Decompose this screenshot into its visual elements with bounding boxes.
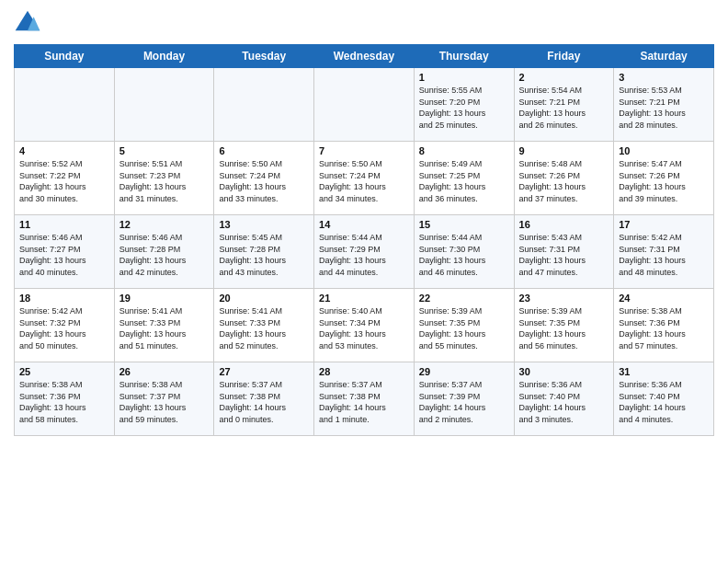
calendar-cell: 20Sunrise: 5:41 AMSunset: 7:33 PMDayligh… <box>214 289 314 362</box>
calendar-cell: 24Sunrise: 5:38 AMSunset: 7:36 PMDayligh… <box>614 289 714 362</box>
day-info: Sunrise: 5:41 AMSunset: 7:33 PMDaylight:… <box>119 305 210 351</box>
day-info: Sunrise: 5:50 AMSunset: 7:24 PMDaylight:… <box>319 158 409 204</box>
day-info: Sunrise: 5:42 AMSunset: 7:32 PMDaylight:… <box>19 305 109 351</box>
day-number: 8 <box>419 145 509 156</box>
calendar-cell: 16Sunrise: 5:43 AMSunset: 7:31 PMDayligh… <box>514 215 614 289</box>
calendar-cell <box>15 68 115 142</box>
weekday-header-wednesday: Wednesday <box>314 45 415 68</box>
day-number: 13 <box>219 219 309 230</box>
day-number: 30 <box>519 366 609 377</box>
logo <box>14 9 45 37</box>
day-info: Sunrise: 5:39 AMSunset: 7:35 PMDaylight:… <box>419 305 509 351</box>
day-number: 19 <box>119 293 210 304</box>
day-info: Sunrise: 5:44 AMSunset: 7:30 PMDaylight:… <box>419 232 509 278</box>
day-number: 21 <box>319 293 409 304</box>
day-info: Sunrise: 5:38 AMSunset: 7:37 PMDaylight:… <box>119 379 210 425</box>
day-number: 12 <box>119 219 210 230</box>
day-info: Sunrise: 5:36 AMSunset: 7:40 PMDaylight:… <box>619 379 709 425</box>
calendar-cell: 10Sunrise: 5:47 AMSunset: 7:26 PMDayligh… <box>614 142 714 215</box>
page: SundayMondayTuesdayWednesdayThursdayFrid… <box>0 0 728 563</box>
day-number: 28 <box>319 366 409 377</box>
day-info: Sunrise: 5:43 AMSunset: 7:31 PMDaylight:… <box>519 232 609 278</box>
day-number: 4 <box>19 145 109 156</box>
calendar-cell: 15Sunrise: 5:44 AMSunset: 7:30 PMDayligh… <box>414 215 514 289</box>
calendar-cell: 19Sunrise: 5:41 AMSunset: 7:33 PMDayligh… <box>114 289 214 362</box>
week-row-1: 1Sunrise: 5:55 AMSunset: 7:20 PMDaylight… <box>15 68 714 142</box>
calendar-table: SundayMondayTuesdayWednesdayThursdayFrid… <box>14 44 714 436</box>
weekday-header-friday: Friday <box>514 45 614 68</box>
day-info: Sunrise: 5:53 AMSunset: 7:21 PMDaylight:… <box>619 85 709 131</box>
day-number: 14 <box>319 219 409 230</box>
calendar-cell: 8Sunrise: 5:49 AMSunset: 7:25 PMDaylight… <box>414 142 514 215</box>
calendar-cell: 13Sunrise: 5:45 AMSunset: 7:28 PMDayligh… <box>214 215 314 289</box>
calendar-cell <box>214 68 314 142</box>
week-row-4: 18Sunrise: 5:42 AMSunset: 7:32 PMDayligh… <box>15 289 714 362</box>
weekday-header-saturday: Saturday <box>614 45 714 68</box>
day-number: 25 <box>19 366 109 377</box>
day-info: Sunrise: 5:38 AMSunset: 7:36 PMDaylight:… <box>619 305 709 351</box>
day-info: Sunrise: 5:40 AMSunset: 7:34 PMDaylight:… <box>319 305 409 351</box>
day-number: 15 <box>419 219 509 230</box>
day-info: Sunrise: 5:38 AMSunset: 7:36 PMDaylight:… <box>19 379 109 425</box>
calendar-cell: 4Sunrise: 5:52 AMSunset: 7:22 PMDaylight… <box>15 142 115 215</box>
week-row-2: 4Sunrise: 5:52 AMSunset: 7:22 PMDaylight… <box>15 142 714 215</box>
calendar-cell: 28Sunrise: 5:37 AMSunset: 7:38 PMDayligh… <box>314 362 415 436</box>
calendar-cell: 14Sunrise: 5:44 AMSunset: 7:29 PMDayligh… <box>314 215 415 289</box>
day-number: 18 <box>19 293 109 304</box>
day-info: Sunrise: 5:54 AMSunset: 7:21 PMDaylight:… <box>519 85 609 131</box>
week-row-5: 25Sunrise: 5:38 AMSunset: 7:36 PMDayligh… <box>15 362 714 436</box>
weekday-header-tuesday: Tuesday <box>214 45 314 68</box>
day-number: 2 <box>519 72 609 83</box>
calendar-cell: 1Sunrise: 5:55 AMSunset: 7:20 PMDaylight… <box>414 68 514 142</box>
calendar-cell: 2Sunrise: 5:54 AMSunset: 7:21 PMDaylight… <box>514 68 614 142</box>
calendar-cell: 21Sunrise: 5:40 AMSunset: 7:34 PMDayligh… <box>314 289 415 362</box>
day-info: Sunrise: 5:49 AMSunset: 7:25 PMDaylight:… <box>419 158 509 204</box>
day-info: Sunrise: 5:46 AMSunset: 7:27 PMDaylight:… <box>19 232 109 278</box>
calendar-cell: 5Sunrise: 5:51 AMSunset: 7:23 PMDaylight… <box>114 142 214 215</box>
day-number: 29 <box>419 366 509 377</box>
day-number: 22 <box>419 293 509 304</box>
day-number: 31 <box>619 366 709 377</box>
day-info: Sunrise: 5:55 AMSunset: 7:20 PMDaylight:… <box>419 85 509 131</box>
day-info: Sunrise: 5:36 AMSunset: 7:40 PMDaylight:… <box>519 379 609 425</box>
calendar-cell: 31Sunrise: 5:36 AMSunset: 7:40 PMDayligh… <box>614 362 714 436</box>
calendar-cell: 29Sunrise: 5:37 AMSunset: 7:39 PMDayligh… <box>414 362 514 436</box>
calendar-cell: 3Sunrise: 5:53 AMSunset: 7:21 PMDaylight… <box>614 68 714 142</box>
week-row-3: 11Sunrise: 5:46 AMSunset: 7:27 PMDayligh… <box>15 215 714 289</box>
logo-icon <box>14 9 41 37</box>
day-number: 9 <box>519 145 609 156</box>
calendar-cell: 12Sunrise: 5:46 AMSunset: 7:28 PMDayligh… <box>114 215 214 289</box>
calendar-cell <box>114 68 214 142</box>
day-number: 5 <box>119 145 210 156</box>
calendar-cell: 9Sunrise: 5:48 AMSunset: 7:26 PMDaylight… <box>514 142 614 215</box>
calendar-cell: 25Sunrise: 5:38 AMSunset: 7:36 PMDayligh… <box>15 362 115 436</box>
calendar-cell: 30Sunrise: 5:36 AMSunset: 7:40 PMDayligh… <box>514 362 614 436</box>
day-number: 26 <box>119 366 210 377</box>
weekday-header-row: SundayMondayTuesdayWednesdayThursdayFrid… <box>15 45 714 68</box>
day-info: Sunrise: 5:52 AMSunset: 7:22 PMDaylight:… <box>19 158 109 204</box>
day-number: 16 <box>519 219 609 230</box>
weekday-header-monday: Monday <box>114 45 214 68</box>
calendar-cell: 23Sunrise: 5:39 AMSunset: 7:35 PMDayligh… <box>514 289 614 362</box>
day-number: 10 <box>619 145 709 156</box>
weekday-header-sunday: Sunday <box>15 45 115 68</box>
day-number: 20 <box>219 293 309 304</box>
day-number: 27 <box>219 366 309 377</box>
day-number: 23 <box>519 293 609 304</box>
calendar-cell: 26Sunrise: 5:38 AMSunset: 7:37 PMDayligh… <box>114 362 214 436</box>
calendar-cell: 27Sunrise: 5:37 AMSunset: 7:38 PMDayligh… <box>214 362 314 436</box>
day-number: 7 <box>319 145 409 156</box>
calendar-cell: 7Sunrise: 5:50 AMSunset: 7:24 PMDaylight… <box>314 142 415 215</box>
day-number: 3 <box>619 72 709 83</box>
day-info: Sunrise: 5:48 AMSunset: 7:26 PMDaylight:… <box>519 158 609 204</box>
day-info: Sunrise: 5:41 AMSunset: 7:33 PMDaylight:… <box>219 305 309 351</box>
calendar-cell: 11Sunrise: 5:46 AMSunset: 7:27 PMDayligh… <box>15 215 115 289</box>
calendar-cell: 17Sunrise: 5:42 AMSunset: 7:31 PMDayligh… <box>614 215 714 289</box>
day-info: Sunrise: 5:50 AMSunset: 7:24 PMDaylight:… <box>219 158 309 204</box>
weekday-header-thursday: Thursday <box>414 45 514 68</box>
calendar-cell: 22Sunrise: 5:39 AMSunset: 7:35 PMDayligh… <box>414 289 514 362</box>
day-info: Sunrise: 5:45 AMSunset: 7:28 PMDaylight:… <box>219 232 309 278</box>
calendar-cell: 18Sunrise: 5:42 AMSunset: 7:32 PMDayligh… <box>15 289 115 362</box>
day-info: Sunrise: 5:44 AMSunset: 7:29 PMDaylight:… <box>319 232 409 278</box>
day-info: Sunrise: 5:46 AMSunset: 7:28 PMDaylight:… <box>119 232 210 278</box>
